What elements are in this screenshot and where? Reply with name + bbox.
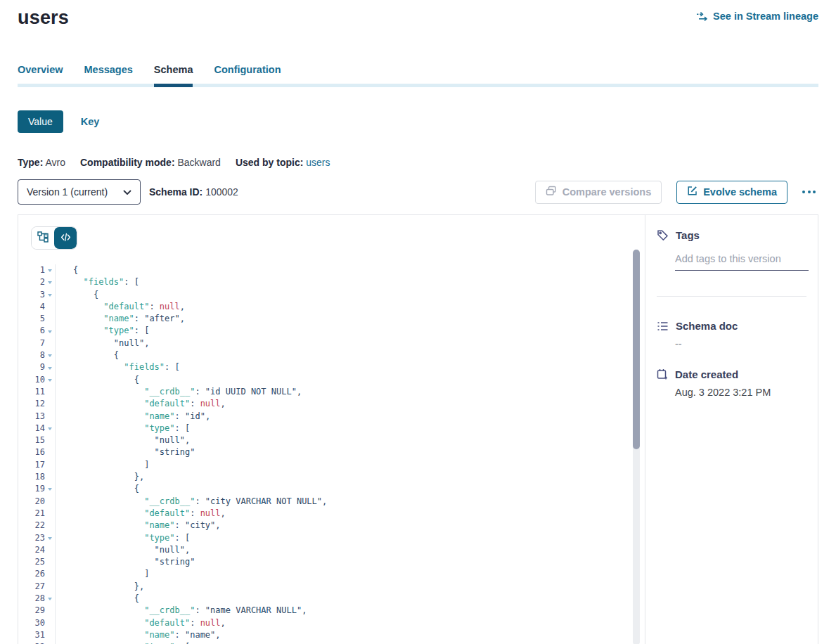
line-number: 17	[18, 459, 45, 471]
line-number: 25	[18, 556, 45, 568]
scrollbar-track[interactable]	[633, 250, 640, 644]
code-text: "string"	[56, 556, 195, 568]
list-icon	[657, 321, 669, 332]
code-text: {	[56, 264, 78, 276]
sidebar-divider	[657, 296, 806, 297]
edit-icon	[687, 186, 697, 198]
line-number: 6	[18, 325, 45, 337]
code-text: {	[56, 483, 139, 495]
line-number: 14	[18, 423, 45, 434]
key-tab-button[interactable]: Key	[81, 116, 100, 127]
fold-gutter	[45, 581, 56, 593]
fold-toggle-icon[interactable]	[45, 361, 56, 373]
stream-lineage-link[interactable]: See in Stream lineage	[696, 11, 818, 22]
fold-gutter	[45, 398, 56, 410]
code-line: 9 "fields": [	[18, 361, 631, 373]
schema-page: users See in Stream lineage Overview Mes…	[0, 0, 836, 644]
code-line: 23 "type": [	[18, 532, 631, 544]
fold-toggle-icon[interactable]	[45, 289, 56, 301]
fold-toggle-icon[interactable]	[45, 532, 56, 544]
code-line: 18 },	[18, 471, 631, 483]
line-number: 8	[18, 349, 45, 361]
schema-panel: 1{2 "fields": [3 {4 "default": null,5 "n…	[18, 214, 818, 644]
code-view-button[interactable]	[54, 227, 77, 249]
schema-doc-header: Schema doc	[657, 320, 806, 332]
calendar-plus-icon	[657, 368, 668, 380]
value-tab-button[interactable]: Value	[18, 110, 63, 133]
code-text: "default": null,	[56, 617, 226, 629]
code-line: 7 "null",	[18, 337, 631, 349]
fold-toggle-icon[interactable]	[45, 276, 56, 288]
line-number: 3	[18, 289, 45, 301]
fold-toggle-icon[interactable]	[45, 325, 56, 337]
code-text: "null",	[56, 337, 149, 349]
code-text: "null",	[56, 544, 190, 556]
fold-toggle-icon[interactable]	[45, 483, 56, 495]
line-number: 9	[18, 361, 45, 373]
code-line: 13 "name": "id",	[18, 411, 631, 423]
code-text: },	[56, 471, 144, 483]
tags-input[interactable]	[675, 253, 809, 271]
code-line: 28 {	[18, 593, 631, 605]
code-line: 32 "type": [	[18, 641, 631, 644]
tab-configuration[interactable]: Configuration	[214, 64, 281, 84]
evolve-schema-button[interactable]: Evolve schema	[676, 181, 787, 204]
code-line: 12 "default": null,	[18, 398, 631, 410]
code-text: "default": null,	[56, 508, 226, 520]
line-number: 12	[18, 398, 45, 410]
code-text: "type": [	[56, 423, 190, 434]
tab-schema[interactable]: Schema	[154, 64, 193, 84]
code-view-icon	[60, 232, 71, 245]
fold-toggle-icon[interactable]	[45, 349, 56, 361]
compare-versions-button[interactable]: Compare versions	[535, 181, 662, 204]
code-text: "name": "after",	[56, 313, 185, 325]
version-toolbar: Version 1 (current) Schema ID: 100002 Co…	[18, 179, 818, 205]
code-line: 1{	[18, 264, 631, 276]
code-line: 16 "string"	[18, 446, 631, 458]
fold-gutter	[45, 544, 56, 556]
fold-gutter	[45, 337, 56, 349]
code-text: "null",	[56, 434, 190, 446]
topic-link[interactable]: users	[306, 157, 330, 168]
schema-doc-title: Schema doc	[676, 320, 738, 332]
date-created-title: Date created	[675, 368, 738, 380]
schema-doc-value: --	[675, 338, 806, 349]
fold-gutter	[45, 446, 56, 458]
more-options-button[interactable]	[799, 188, 818, 196]
code-text: {	[56, 374, 139, 386]
schema-doc-section: Schema doc --	[657, 320, 806, 349]
tree-view-icon	[37, 231, 49, 245]
fold-gutter	[45, 434, 56, 446]
fold-toggle-icon[interactable]	[45, 593, 56, 605]
line-number: 2	[18, 276, 45, 288]
date-created-section: Date created Aug. 3 2022 3:21 PM	[657, 368, 806, 398]
tab-messages[interactable]: Messages	[84, 64, 133, 84]
code-text: "default": null,	[56, 398, 226, 410]
line-number: 15	[18, 434, 45, 446]
code-line: 2 "fields": [	[18, 276, 631, 288]
line-number: 26	[18, 568, 45, 580]
date-created-header: Date created	[657, 368, 806, 380]
fold-toggle-icon[interactable]	[45, 374, 56, 386]
fold-gutter	[45, 629, 56, 641]
version-select[interactable]: Version 1 (current)	[18, 179, 141, 205]
line-number: 19	[18, 483, 45, 495]
code-line: 11 "__crdb__": "id UUID NOT NULL",	[18, 386, 631, 398]
code-text: {	[56, 349, 119, 361]
scrollbar-thumb[interactable]	[633, 250, 640, 449]
line-number: 5	[18, 313, 45, 325]
fold-toggle-icon[interactable]	[45, 641, 56, 644]
code-line: 24 "null",	[18, 544, 631, 556]
code-text: "name": "id",	[56, 411, 210, 423]
fold-toggle-icon[interactable]	[45, 264, 56, 276]
line-number: 23	[18, 532, 45, 544]
fold-toggle-icon[interactable]	[45, 423, 56, 434]
stream-lineage-label: See in Stream lineage	[713, 11, 818, 22]
tab-overview[interactable]: Overview	[18, 64, 63, 84]
code-line: 17 ]	[18, 459, 631, 471]
line-number: 20	[18, 496, 45, 508]
code-line: 30 "default": null,	[18, 617, 631, 629]
tree-view-button[interactable]	[32, 227, 54, 249]
code-text: "type": [	[56, 641, 190, 644]
fold-gutter	[45, 411, 56, 423]
